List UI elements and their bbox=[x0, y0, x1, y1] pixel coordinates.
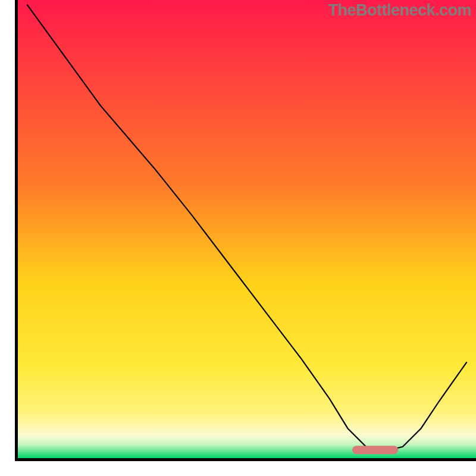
chart-container: TheBottleneck.com bbox=[0, 0, 476, 476]
x-axis bbox=[15, 458, 476, 461]
watermark-text: TheBottleneck.com bbox=[328, 1, 471, 20]
optimal-range-marker bbox=[352, 446, 398, 454]
bottleneck-chart bbox=[0, 0, 476, 476]
gradient-background bbox=[18, 0, 476, 458]
y-axis bbox=[15, 0, 18, 461]
